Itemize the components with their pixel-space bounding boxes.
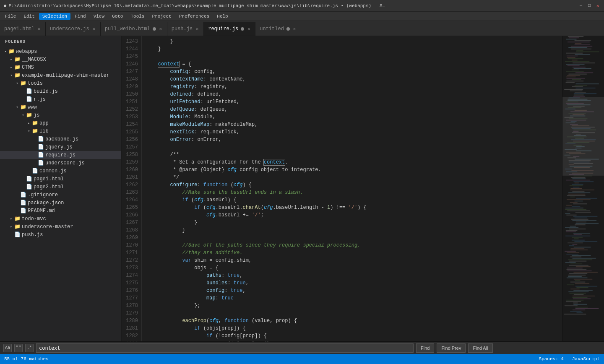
menu-item-goto[interactable]: Goto [109, 13, 126, 20]
tab-modified-dot [286, 27, 290, 31]
tab-untitled[interactable]: untitled✕ [255, 22, 301, 36]
tree-item-label: README.md [28, 208, 55, 214]
sidebar-header: FOLDERS [0, 36, 121, 47]
sidebar-file-page1html[interactable]: 📄page1.html [0, 175, 121, 183]
tree-item-label: build.js [34, 88, 58, 94]
sidebar-file-readmemd[interactable]: 📄README.md [0, 207, 121, 215]
find-prev-button[interactable]: Find Prev [437, 343, 466, 353]
sidebar-file-jqueryjs[interactable]: 📄jquery.js [0, 143, 121, 151]
find-aa-button[interactable]: Aa [3, 344, 12, 352]
tab-underscore-js[interactable]: underscore.js✕ [46, 22, 101, 36]
tab-close-button[interactable]: ✕ [37, 26, 41, 32]
sidebar-folder-underscoremvc[interactable]: ▸📁underscore-master [0, 223, 121, 231]
sidebar-folder-macosx[interactable]: ▸📁__MACOSX [0, 55, 121, 63]
code-content[interactable]: } } context = { config: config, contextN… [142, 36, 562, 341]
tab-require-js[interactable]: require.js✕ [204, 22, 255, 36]
sidebar-file-underscorejs[interactable]: 📄underscore.js [0, 159, 121, 167]
code-line: } [146, 226, 558, 234]
sidebar-folder-tools[interactable]: ▾📁tools [0, 79, 121, 87]
line-number: 1243 [122, 38, 138, 45]
line-number: 1262 [122, 181, 138, 189]
line-number: 1273 [122, 264, 138, 272]
tab-close-button[interactable]: ✕ [292, 26, 297, 32]
find-all-button[interactable]: Find All [468, 343, 492, 353]
folder-arrow: ▾ [3, 49, 8, 53]
line-number: 1282 [122, 332, 138, 340]
sidebar-file-rjs[interactable]: 📄r.js [0, 95, 121, 103]
tree-item-label: lib [39, 128, 49, 134]
file-icon: 📄 [14, 231, 21, 238]
line-number: 1270 [122, 242, 138, 249]
line-number: 1247 [122, 68, 138, 75]
sidebar-folder-app[interactable]: ▸📁app [0, 119, 121, 127]
menu-item-project[interactable]: Project [148, 13, 174, 20]
find-word-button[interactable]: "" [14, 344, 23, 352]
tree-item-label: js [34, 112, 39, 118]
menu-item-preferences[interactable]: Preferences [176, 13, 213, 20]
sidebar-folder-example[interactable]: ▾📁example-multipage-shim-master [0, 71, 121, 79]
tab-pull_weibo-html[interactable]: pull_weibo.html✕ [101, 22, 167, 36]
line-number: 1280 [122, 317, 138, 325]
tab-page1-html[interactable]: page1.html✕ [0, 22, 46, 36]
code-line: Module: Module, [146, 113, 558, 121]
sidebar-file-buildjs[interactable]: 📄build.js [0, 87, 121, 95]
menu-item-file[interactable]: File [2, 13, 19, 20]
tree-item-label: __MACOSX [22, 57, 46, 62]
tab-close-button[interactable]: ✕ [159, 26, 163, 32]
sidebar-folder-ctms[interactable]: ▸📁CTMS [0, 63, 121, 71]
sidebar-file-packagejson[interactable]: 📄package.json [0, 199, 121, 207]
sidebar-file-commonjs[interactable]: 📄common.js [0, 167, 121, 175]
code-editor[interactable]: 1243124412451246124712481249125012511252… [122, 36, 604, 341]
line-number: 1246 [122, 60, 138, 68]
sidebar-file-backbonejs[interactable]: 📄backbone.js [0, 135, 121, 143]
sidebar-tree: ▾📁webapps▸📁__MACOSX▸📁CTMS▾📁example-multi… [0, 47, 121, 239]
sidebar-file-requirejs[interactable]: 📄require.js [0, 151, 121, 159]
maximize-button[interactable]: □ [586, 3, 592, 9]
find-regex-button[interactable]: .* [25, 344, 34, 352]
tab-push-js[interactable]: push.js✕ [167, 22, 204, 36]
tab-close-button[interactable]: ✕ [247, 26, 251, 32]
menu-item-help[interactable]: Help [213, 13, 231, 20]
line-number: 1259 [122, 159, 138, 166]
tree-item-label: .gitignore [28, 192, 58, 198]
code-line: eachProp(cfg, function (value, prop) { [146, 317, 558, 325]
sidebar-file-pushjs[interactable]: 📄push.js [0, 231, 121, 239]
sidebar-folder-www[interactable]: ▾📁www [0, 103, 121, 111]
close-button[interactable]: ✕ [595, 3, 601, 9]
folder-icon: 📁 [20, 80, 26, 86]
code-line: //Make sure the baseUrl ends in a slash. [146, 189, 558, 196]
sidebar-file-page2html[interactable]: 📄page2.html [0, 183, 121, 191]
tree-item-label: common.js [39, 168, 67, 174]
code-line: map: true [146, 294, 558, 302]
line-number: 1252 [122, 106, 138, 113]
code-line: urlFetched: urlFetched, [146, 98, 558, 106]
sidebar-folder-js[interactable]: ▾📁js [0, 111, 121, 119]
sidebar-folder-lib[interactable]: ▾📁lib [0, 127, 121, 135]
sidebar-folder-webapps[interactable]: ▾📁webapps [0, 47, 121, 55]
tab-close-button[interactable]: ✕ [195, 26, 199, 32]
line-number: 1255 [122, 128, 138, 136]
line-number: 1250 [122, 91, 138, 98]
line-number: 1278 [122, 302, 138, 309]
find-button[interactable]: Find [416, 343, 434, 353]
title-text: E:\Administrator\Workspaces\MyEclipse 10… [8, 3, 386, 8]
status-match-info: 55 of 76 matches [4, 356, 49, 361]
menu-item-edit[interactable]: Edit [20, 13, 38, 20]
menu-item-view[interactable]: View [90, 13, 108, 20]
tab-close-button[interactable]: ✕ [92, 26, 96, 32]
line-number: 1253 [122, 113, 138, 121]
code-line: if (objs[prop]) { [146, 325, 558, 332]
tree-item-label: underscore-master [22, 224, 73, 230]
menu-item-selection[interactable]: Selection [39, 13, 70, 20]
find-input[interactable] [36, 343, 414, 353]
sidebar-file-gitignore[interactable]: 📄.gitignore [0, 191, 121, 199]
statusbar: 55 of 76 matches Spaces: 4 JavaScript [0, 354, 604, 364]
file-icon: 📄 [38, 144, 44, 150]
sidebar-folder-todomvc[interactable]: ▸📁todo-mvc [0, 215, 121, 223]
line-number: 1254 [122, 121, 138, 128]
folder-icon: 📁 [26, 112, 32, 118]
minimize-button[interactable]: ─ [578, 3, 584, 9]
menu-item-find[interactable]: Find [71, 13, 89, 20]
line-number: 1272 [122, 257, 138, 264]
menu-item-tools[interactable]: Tools [127, 13, 148, 20]
